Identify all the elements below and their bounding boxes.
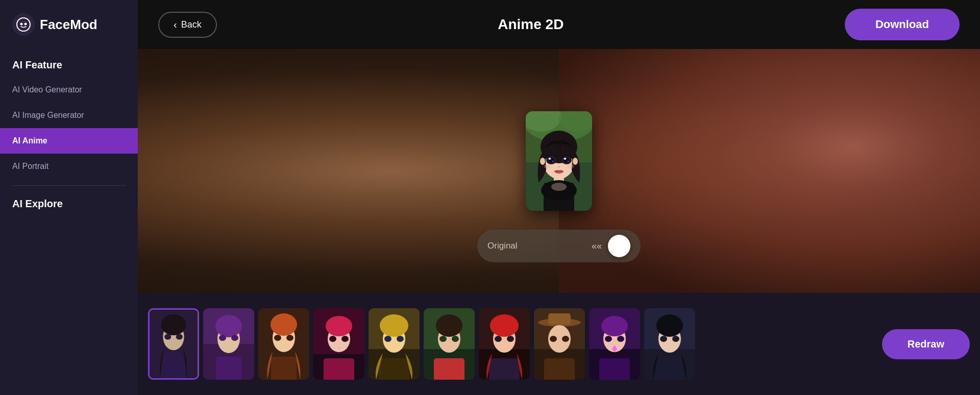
- thumbnail-2[interactable]: [203, 308, 254, 380]
- svg-point-89: [617, 336, 624, 342]
- svg-point-43: [271, 313, 297, 336]
- svg-point-59: [384, 336, 391, 342]
- svg-rect-53: [324, 358, 354, 380]
- thumbnail-6[interactable]: [424, 308, 475, 380]
- svg-point-14: [540, 158, 545, 165]
- svg-point-65: [436, 314, 462, 337]
- svg-point-81: [550, 336, 557, 342]
- svg-point-0: [17, 18, 30, 31]
- svg-rect-79: [548, 313, 571, 325]
- svg-point-2: [24, 23, 27, 26]
- svg-point-52: [341, 336, 349, 342]
- thumbnail-4[interactable]: ♦: [313, 308, 364, 380]
- svg-point-73: [495, 336, 502, 342]
- svg-point-11: [551, 183, 567, 191]
- logo-text: FaceMod: [40, 17, 97, 33]
- svg-point-97: [672, 336, 679, 342]
- ai-feature-section-title: AI Feature: [0, 49, 138, 77]
- svg-point-45: [286, 335, 293, 341]
- svg-point-32: [176, 334, 183, 339]
- svg-point-38: [219, 335, 226, 341]
- svg-point-50: [326, 316, 352, 336]
- svg-point-24: [564, 158, 567, 160]
- svg-point-87: [601, 316, 628, 336]
- sidebar-item-ai-video-generator[interactable]: AI Video Generator: [0, 77, 138, 103]
- logo-area: FaceMod: [0, 0, 138, 49]
- toggle-knob[interactable]: [608, 235, 630, 257]
- svg-rect-68: [434, 358, 464, 380]
- chevron-left-icon: ‹: [174, 19, 177, 31]
- svg-point-88: [605, 336, 612, 342]
- svg-point-58: [380, 314, 408, 337]
- svg-point-82: [562, 336, 569, 342]
- back-label: Back: [181, 19, 202, 30]
- redraw-button[interactable]: Redraw: [882, 329, 970, 359]
- svg-point-60: [397, 336, 404, 342]
- svg-rect-90: [599, 358, 630, 380]
- svg-point-31: [164, 334, 171, 339]
- thumbnail-1[interactable]: [148, 308, 199, 380]
- svg-point-1: [20, 23, 23, 26]
- svg-point-15: [573, 158, 578, 165]
- svg-point-95: [656, 314, 683, 337]
- sidebar-item-ai-portrait[interactable]: AI Portrait: [0, 154, 138, 179]
- svg-point-25: [568, 161, 569, 162]
- thumbnail-7[interactable]: [479, 308, 530, 380]
- svg-text:♦: ♦: [338, 345, 340, 350]
- main-content: ‹ Back Anime 2D Download: [138, 0, 980, 395]
- svg-rect-61: [379, 358, 409, 380]
- page-title: Anime 2D: [498, 16, 564, 33]
- svg-point-30: [161, 314, 186, 335]
- svg-point-96: [660, 336, 667, 342]
- svg-point-26: [544, 164, 551, 168]
- canvas-area: Original ««: [138, 49, 980, 293]
- svg-rect-33: [162, 354, 186, 378]
- svg-point-67: [452, 336, 459, 342]
- toggle-label: Original: [487, 241, 585, 251]
- toggle-bar[interactable]: Original ««: [477, 230, 641, 262]
- sidebar-divider: [12, 185, 126, 186]
- thumbnail-8[interactable]: [534, 308, 585, 380]
- thumbnail-3[interactable]: [258, 308, 309, 380]
- svg-point-72: [490, 314, 519, 337]
- svg-point-27: [567, 164, 574, 168]
- svg-point-74: [507, 336, 514, 342]
- sidebar: FaceMod AI Feature AI Video Generator AI…: [0, 0, 138, 395]
- svg-point-37: [215, 315, 242, 337]
- sidebar-item-ai-anime[interactable]: AI Anime: [0, 128, 138, 154]
- svg-point-39: [231, 335, 238, 341]
- thumbnail-10[interactable]: [644, 308, 695, 380]
- sidebar-item-ai-image-generator[interactable]: AI Image Generator: [0, 103, 138, 128]
- toggle-arrows-icon: ««: [592, 241, 602, 252]
- svg-rect-40: [216, 357, 241, 380]
- svg-rect-46: [271, 357, 297, 380]
- logo-icon: [12, 13, 35, 36]
- download-button[interactable]: Download: [845, 9, 960, 40]
- thumbnail-9[interactable]: [589, 308, 640, 380]
- svg-point-20: [552, 161, 553, 162]
- svg-point-44: [274, 335, 281, 341]
- svg-point-66: [439, 336, 447, 342]
- ai-explore-section-title: AI Explore: [0, 192, 138, 216]
- svg-point-19: [549, 158, 551, 160]
- header: ‹ Back Anime 2D Download: [138, 0, 980, 49]
- svg-rect-98: [654, 358, 685, 380]
- svg-point-51: [329, 336, 336, 342]
- bottom-strip: ♦: [138, 293, 980, 395]
- thumbnail-5[interactable]: [369, 308, 420, 380]
- svg-rect-75: [489, 358, 520, 380]
- svg-rect-83: [544, 358, 575, 380]
- back-button[interactable]: ‹ Back: [158, 12, 217, 38]
- svg-point-13: [541, 131, 577, 163]
- main-image-card: [526, 111, 592, 211]
